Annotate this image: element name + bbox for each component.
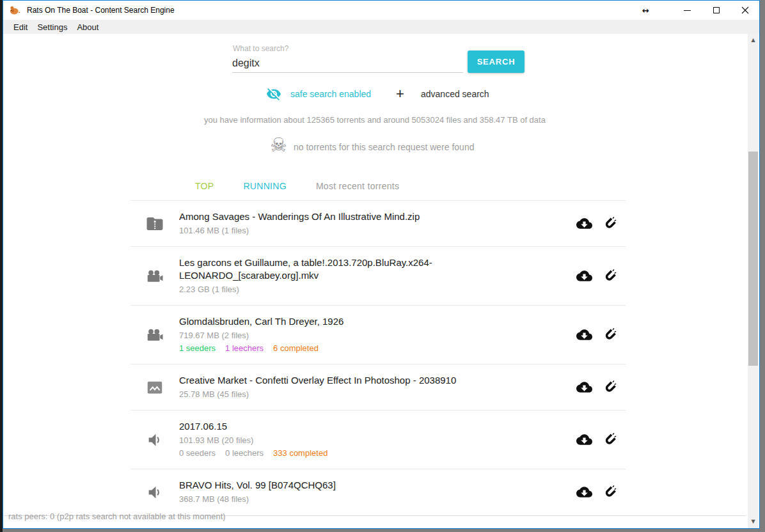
scroll-up-arrow-icon[interactable]: ▲ [748, 35, 759, 45]
torrent-title: Creative Market - Confetti Overlay Effec… [179, 374, 555, 387]
magnet-link-icon[interactable] [601, 327, 617, 343]
magnet-link-icon[interactable] [601, 432, 617, 448]
maximize-icon [713, 7, 720, 13]
safe-search-eye-off-icon[interactable] [266, 86, 281, 102]
image-file-icon [145, 378, 164, 397]
magnet-link-icon[interactable] [601, 268, 617, 284]
menu-settings[interactable]: Settings [37, 22, 67, 32]
torrent-results-list: Among Savages - Wanderings Of An Illustr… [130, 200, 626, 515]
torrent-size: 101.46 MB (1 files) [179, 225, 555, 237]
table-row[interactable]: Glomdalsbruden, Carl Th Dreyer, 1926 719… [130, 305, 626, 364]
cloud-download-icon[interactable] [576, 379, 592, 395]
menu-bar: Edit Settings About [3, 20, 759, 34]
tab-most-recent[interactable]: Most recent torrents [316, 181, 400, 191]
results-tabs: TOP RUNNING Most recent torrents [195, 181, 399, 191]
plus-icon[interactable]: + [396, 86, 404, 102]
rat-app-icon [9, 4, 20, 16]
archive-file-icon [145, 214, 164, 233]
cloud-download-icon[interactable] [576, 484, 592, 500]
table-row[interactable]: Creative Market - Confetti Overlay Effec… [130, 364, 626, 410]
leechers-count: 0 leechers [225, 448, 264, 458]
skull-crossbones-icon: ☠ [270, 134, 287, 157]
database-stats-text: you have information about 125365 torren… [3, 115, 746, 125]
safe-search-toggle[interactable]: safe search enabled [290, 89, 371, 99]
torrent-title: Les garcons et Guillaume, a table!.2013.… [179, 256, 555, 282]
search-button[interactable]: SEARCH [468, 51, 524, 73]
cloud-download-icon[interactable] [576, 327, 592, 343]
maximize-button[interactable] [702, 1, 730, 20]
cloud-download-icon[interactable] [576, 268, 592, 284]
minimize-icon [684, 10, 691, 11]
table-row[interactable]: Les garcons et Guillaume, a table!.2013.… [130, 246, 626, 305]
close-icon [741, 6, 749, 14]
search-options-row: safe search enabled + advanced search [3, 86, 746, 103]
tab-running[interactable]: RUNNING [243, 181, 286, 191]
video-file-icon [145, 325, 164, 345]
video-file-icon [145, 267, 164, 286]
vertical-scrollbar[interactable]: ▲ ▼ [748, 34, 759, 528]
seeders-count: 1 seeders [179, 343, 216, 353]
torrent-size: 2.23 GB (1 files) [179, 284, 555, 295]
table-row[interactable]: BRAVO Hits, Vol. 99 [B074QCHQ63] 368.7 M… [130, 469, 626, 515]
table-row[interactable]: Among Savages - Wanderings Of An Illustr… [130, 200, 626, 246]
search-field-label: What to search? [233, 44, 288, 53]
torrent-size: 719.67 MB (2 files) [179, 330, 555, 341]
menu-edit[interactable]: Edit [13, 22, 28, 32]
resize-arrows-icon[interactable]: ↔ [631, 1, 660, 20]
magnet-link-icon[interactable] [601, 379, 617, 395]
advanced-search-toggle[interactable]: advanced search [421, 89, 489, 99]
tab-top[interactable]: TOP [195, 181, 214, 191]
torrent-title: Glomdalsbruden, Carl Th Dreyer, 1926 [179, 315, 555, 328]
torrent-title: 2017.06.15 [179, 420, 555, 433]
torrent-size: 101.93 MB (20 files) [179, 435, 555, 446]
main-content: What to search? SEARCH safe search enabl… [3, 34, 746, 508]
audio-file-icon [145, 483, 164, 502]
completed-count: 333 completed [273, 448, 327, 458]
minimize-button[interactable] [673, 1, 702, 20]
app-window: Rats On The Boat - Content Search Engine… [3, 0, 760, 529]
completed-count: 6 completed [273, 343, 319, 353]
torrent-size: 25.78 MB (45 files) [179, 389, 555, 400]
torrent-peer-stats: 1 seeders1 leechers6 completed [179, 343, 555, 354]
scroll-down-arrow-icon[interactable]: ▼ [748, 517, 759, 527]
seeders-count: 0 seeders [179, 448, 216, 458]
magnet-link-icon[interactable] [601, 215, 617, 231]
window-title: Rats On The Boat - Content Search Engine [27, 6, 175, 15]
search-input[interactable] [232, 54, 463, 73]
close-button[interactable] [730, 1, 759, 20]
leechers-count: 1 leechers [225, 343, 264, 353]
cloud-download-icon[interactable] [576, 215, 592, 231]
magnet-link-icon[interactable] [601, 484, 617, 500]
torrent-title: Among Savages - Wanderings Of An Illustr… [179, 210, 555, 223]
scrollbar-thumb[interactable] [748, 152, 758, 366]
title-bar: Rats On The Boat - Content Search Engine… [3, 1, 759, 20]
torrent-peer-stats: 0 seeders0 leechers333 completed [179, 448, 555, 459]
rats-peers-status: rats peers: 0 (p2p rats search not avail… [8, 512, 226, 521]
menu-about[interactable]: About [77, 22, 99, 32]
no-results-banner: ☠ no torrents for this search request we… [3, 135, 746, 158]
torrent-title: BRAVO Hits, Vol. 99 [B074QCHQ63] [179, 479, 555, 492]
audio-file-icon [145, 430, 164, 450]
no-results-text: no torrents for this search request were… [294, 142, 474, 152]
table-row[interactable]: 2017.06.15 101.93 MB (20 files) 0 seeder… [130, 410, 626, 469]
cloud-download-icon[interactable] [576, 432, 592, 448]
torrent-size: 368.7 MB (48 files) [179, 494, 555, 505]
